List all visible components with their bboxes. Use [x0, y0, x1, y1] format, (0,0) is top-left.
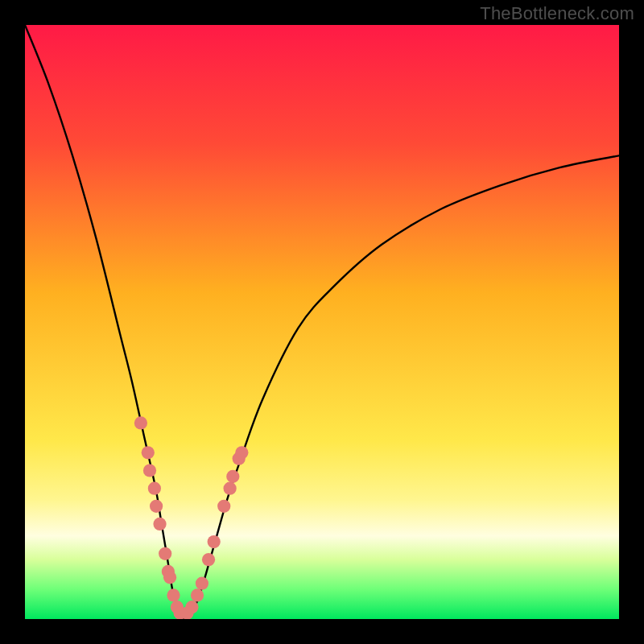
sample-point: [153, 518, 166, 530]
sample-point: [148, 482, 161, 495]
sample-point: [143, 464, 156, 477]
sample-point: [167, 588, 180, 601]
sample-point: [191, 588, 204, 601]
plot-area: [25, 25, 619, 619]
sample-point: [223, 482, 236, 495]
sample-point: [142, 446, 155, 459]
sample-point: [226, 470, 239, 483]
sample-point: [159, 547, 171, 560]
watermark-text: TheBottleneck.com: [480, 3, 634, 24]
sample-point: [163, 571, 176, 584]
gradient-background: [25, 25, 619, 619]
sample-point: [134, 416, 147, 429]
sample-point: [196, 577, 208, 590]
sample-point: [208, 535, 221, 548]
bottleneck-chart: [25, 25, 619, 619]
sample-point: [217, 500, 230, 513]
sample-point: [185, 601, 198, 613]
sample-point: [235, 446, 248, 459]
sample-point: [202, 553, 215, 566]
sample-point: [150, 500, 163, 513]
chart-frame: TheBottleneck.com: [0, 0, 644, 644]
